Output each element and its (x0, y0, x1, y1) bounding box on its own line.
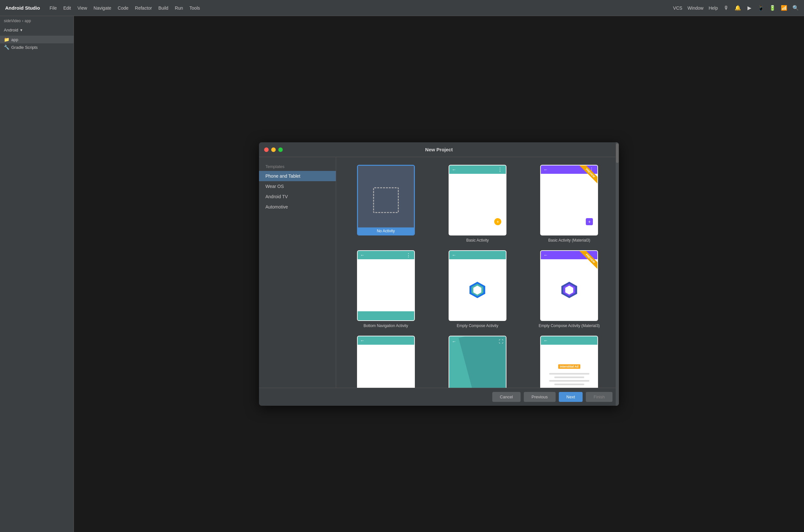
menu-window[interactable]: Window (687, 5, 704, 11)
bottom-nav (358, 311, 414, 320)
admob-topbar: ← (541, 336, 597, 345)
play-icon[interactable]: ▶ (746, 5, 753, 11)
nav-item-automotive[interactable]: Automotive (259, 202, 336, 212)
dialog-nav: Templates Phone and Tablet Wear OS Andro… (259, 157, 336, 388)
empty-compose-m3-label: Empty Compose Activity (Material3) (539, 323, 600, 328)
new-project-dialog: New Project Templates Phone and Tablet W… (259, 142, 619, 406)
folder-icon: 📁 (4, 37, 9, 42)
menu-refactor[interactable]: Refactor (135, 5, 152, 11)
dialog-body: Templates Phone and Tablet Wear OS Andro… (259, 157, 619, 388)
minimize-button[interactable] (271, 148, 276, 152)
search-icon[interactable]: 🔍 (792, 5, 799, 11)
fullscreen-expand-icon: ⛶ (499, 339, 503, 344)
dots-icon-bn: ⋮ (406, 252, 412, 258)
add-icon-purple: + (586, 218, 593, 225)
back-icon-bn: ← (360, 252, 365, 258)
menu-view[interactable]: View (77, 5, 87, 11)
sidebar-item-app[interactable]: 📁 app (0, 36, 74, 43)
template-fullscreen[interactable]: ← ⛶ Fullscreen Activity (434, 335, 521, 388)
breadcrumb-project: sideVideo (4, 19, 21, 23)
menu-file[interactable]: File (50, 5, 57, 11)
breadcrumb-module: app (25, 19, 31, 23)
finish-button[interactable]: Finish (586, 392, 613, 402)
android-label: Android (4, 27, 18, 33)
app-name: Android Studio (5, 5, 40, 11)
menu-edit[interactable]: Edit (63, 5, 71, 11)
interstitial-ad-badge: Interstitial Ad (558, 364, 580, 369)
next-button[interactable]: Next (559, 392, 583, 402)
sidebar-tree: 📁 app 🔧 Gradle Scripts (0, 34, 74, 52)
window-controls (264, 148, 283, 152)
basic-activity-label: Basic Activity (466, 238, 489, 243)
sidebar: sideVideo › app Android ▾ 📁 app 🔧 Gradle… (0, 16, 74, 532)
menu-vcs[interactable]: VCS (673, 5, 683, 11)
dialog-title-bar: New Project (259, 142, 619, 157)
menubar-right: VCS Window Help 🎙 🔔 ▶ 📱 🔋 📶 🔍 (673, 5, 799, 11)
menu-build[interactable]: Build (158, 5, 168, 11)
empty-compose-label: Empty Compose Activity (456, 323, 498, 328)
menu-help[interactable]: Help (709, 5, 718, 11)
battery-icon[interactable]: 🔋 (769, 5, 776, 11)
compose-hex-icon (468, 281, 486, 299)
nav-item-phone[interactable]: Phone and Tablet (259, 171, 336, 181)
template-basic-activity-m3[interactable]: ← ⋮ + PREVIEW Basic Activity (Material3) (526, 164, 613, 244)
template-bottom-nav[interactable]: ← ⋮ Bottom Navigation Activity (342, 249, 429, 329)
admob-back-icon: ← (543, 338, 548, 343)
dialog-title: New Project (425, 147, 453, 152)
nav-section-label: Templates (259, 162, 336, 171)
selected-label: No Activity (358, 227, 414, 234)
maximize-button[interactable] (278, 148, 283, 152)
device-icon[interactable]: 📱 (758, 5, 764, 11)
template-grid: No Activity No Activity ← ⋮ (342, 164, 613, 388)
android-selector[interactable]: Android ▾ (0, 26, 74, 34)
dialog-footer: Cancel Previous Next Finish (259, 388, 619, 406)
menu-code[interactable]: Code (118, 5, 128, 11)
cancel-button[interactable]: Cancel (492, 392, 521, 402)
basic-activity-m3-label: Basic Activity (Material3) (548, 238, 590, 243)
gradle-icon: 🔧 (4, 45, 9, 50)
nav-item-androidtv[interactable]: Android TV (259, 191, 336, 202)
admob-content: Interstitial Ad (541, 345, 597, 388)
template-empty-compose-m3[interactable]: ← PREVIEW (526, 249, 613, 329)
template-empty-compose[interactable]: ← Empty Compose Act (434, 249, 521, 329)
menu-tools[interactable]: Tools (190, 5, 200, 11)
admob-line-1 (549, 373, 590, 375)
dots-icon: ⋮ (498, 167, 503, 173)
mic-icon[interactable]: 🎙 (723, 5, 729, 11)
menu-navigate[interactable]: Navigate (94, 5, 111, 11)
back-icon-m3: ← (543, 167, 548, 172)
sidebar-item-gradle[interactable]: 🔧 Gradle Scripts (0, 43, 74, 51)
wifi-icon[interactable]: 📶 (781, 5, 787, 11)
template-basic-activity[interactable]: ← ⋮ + Basic Activity (434, 164, 521, 244)
fullscreen-back-icon: ← (452, 339, 456, 344)
fullscreen-diagonal (459, 336, 506, 388)
fab-icon: + (494, 218, 501, 225)
android-dropdown-icon: ▾ (20, 27, 22, 33)
scrollbar-thumb (616, 157, 619, 163)
dialog-content: No Activity No Activity ← ⋮ (336, 157, 619, 388)
compose-hex-icon-m3 (560, 281, 578, 299)
bell-icon[interactable]: 🔔 (734, 5, 741, 11)
menu-run[interactable]: Run (175, 5, 183, 11)
template-admob[interactable]: ← Interstitial Ad Google A (526, 335, 613, 388)
template-no-activity[interactable]: No Activity No Activity (342, 164, 429, 244)
admob-line-2 (554, 377, 584, 378)
dialog-overlay: New Project Templates Phone and Tablet W… (74, 16, 804, 532)
admob-line-3 (549, 380, 590, 382)
close-button[interactable] (264, 148, 269, 152)
back-icon-ea: ← (360, 338, 365, 343)
admob-line-4 (554, 384, 584, 385)
back-icon-ec: ← (452, 252, 456, 258)
back-icon: ← (452, 167, 456, 172)
breadcrumb: sideVideo › app (0, 16, 74, 26)
sidebar-item-app-label: app (11, 37, 18, 42)
template-empty-activity[interactable]: ← Empty Activity (342, 335, 429, 388)
ide-background: sideVideo › app Android ▾ 📁 app 🔧 Gradle… (0, 16, 804, 532)
back-icon-ecm3: ← (543, 252, 548, 258)
previous-button[interactable]: Previous (524, 392, 556, 402)
menubar: Android Studio File Edit View Navigate C… (0, 0, 804, 16)
dialog-scrollbar[interactable] (616, 157, 619, 388)
sidebar-item-gradle-label: Gradle Scripts (11, 45, 38, 50)
nav-item-wearos[interactable]: Wear OS (259, 181, 336, 191)
bottom-nav-label: Bottom Navigation Activity (363, 323, 408, 328)
